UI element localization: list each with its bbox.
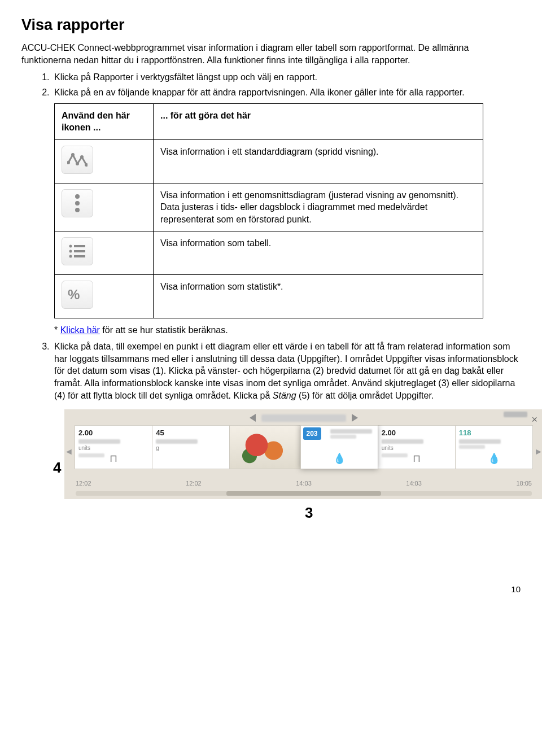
footnote: * Klicka här för att se hur statistik be… xyxy=(54,324,521,337)
svg-text:%: % xyxy=(68,287,80,302)
card-title xyxy=(330,429,372,434)
callout-4-left: 4 xyxy=(53,458,61,478)
card-title xyxy=(156,439,198,444)
step-3-text-b: (5) för att dölja området Uppgifter. xyxy=(296,391,434,400)
step-2: Klicka på en av följande knappar för att… xyxy=(52,86,521,336)
svg-point-10 xyxy=(69,250,72,253)
card-value: 2.00 xyxy=(382,429,396,437)
step-2-text: Klicka på en av följande knappar för att… xyxy=(54,88,465,97)
svg-rect-13 xyxy=(74,255,85,257)
card-subtitle xyxy=(78,453,104,457)
table-row: Visa information i ett genomsnittsdiagra… xyxy=(55,183,483,231)
step-3-italic: Stäng xyxy=(273,391,296,400)
page-title: Visa rapporter xyxy=(21,15,521,35)
card-subtitle xyxy=(382,453,408,457)
timestamp: 14:03 xyxy=(406,479,422,488)
horizontal-scrollbar[interactable] xyxy=(76,491,532,496)
footnote-prefix: * xyxy=(54,325,60,335)
desc-table: Visa information som tabell. xyxy=(154,231,483,275)
table-row: Visa information som tabell. xyxy=(55,231,483,275)
drop-icon: 💧 xyxy=(488,452,500,465)
svg-rect-11 xyxy=(74,250,85,252)
table-view-icon[interactable] xyxy=(62,237,93,265)
info-card[interactable]: 45 g xyxy=(152,425,229,469)
details-panel: × ◄ 2.00 units ⊓ 45 xyxy=(64,409,542,499)
table-row: Visa information i ett standarddiagram (… xyxy=(55,140,483,183)
svg-point-12 xyxy=(69,255,72,258)
info-card[interactable]: 2.00 units ⊓ xyxy=(378,425,455,469)
card-sub: units xyxy=(382,445,394,451)
drop-icon: 💧 xyxy=(333,452,346,465)
card-value: 118 xyxy=(459,429,471,437)
scroll-thumb[interactable] xyxy=(226,491,382,496)
svg-point-2 xyxy=(76,162,79,165)
insulin-icon: ⊓ xyxy=(110,452,117,465)
card-sub: units xyxy=(78,445,90,451)
timestamp: 12:02 xyxy=(76,479,91,488)
step-1: Klicka på Rapporter i verktygsfältet län… xyxy=(52,71,521,84)
prev-day-arrow-icon[interactable] xyxy=(250,414,256,422)
card-value: 2.00 xyxy=(78,429,93,437)
card-title xyxy=(78,439,120,444)
svg-point-5 xyxy=(75,194,80,199)
timestamp: 18:05 xyxy=(516,479,532,488)
scatter-chart-icon[interactable] xyxy=(62,146,93,174)
date-label xyxy=(261,414,346,422)
close-icon[interactable]: × xyxy=(531,413,537,426)
col-header-icon: Använd den här ikonen ... xyxy=(55,103,154,139)
details-screenshot: 1 2 2 5 4 4 3 × ◄ 2.00 xyxy=(54,409,521,499)
card-title xyxy=(382,439,423,444)
page-number: 10 xyxy=(21,584,521,595)
svg-rect-9 xyxy=(74,245,85,247)
meal-photo xyxy=(230,426,300,469)
desc-average: Visa information i ett genomsnittsdiagra… xyxy=(154,183,483,231)
card-sub: g xyxy=(156,445,159,451)
card-subtitle xyxy=(330,435,356,439)
desc-scatter: Visa information i ett standarddiagram (… xyxy=(154,140,483,183)
info-card[interactable]: 2.00 units ⊓ xyxy=(75,425,152,469)
col-header-desc: ... för att göra det här xyxy=(154,103,483,139)
steps-list: Klicka på Rapporter i verktygsfältet län… xyxy=(21,71,521,499)
timestamp: 14:03 xyxy=(296,479,312,488)
insulin-icon: ⊓ xyxy=(413,452,421,465)
intro-paragraph: ACCU-CHEK Connect-webbprogrammet visar i… xyxy=(21,42,521,66)
desc-statistics: Visa information som statistik*. xyxy=(154,274,483,318)
info-card-selected[interactable]: 203 💧 xyxy=(300,425,378,469)
footnote-link[interactable]: Klicka här xyxy=(60,325,100,335)
info-card[interactable]: 118 💧 xyxy=(455,425,533,469)
card-value: 45 xyxy=(156,429,164,437)
svg-point-3 xyxy=(80,155,84,159)
cards-row: 2.00 units ⊓ 45 g xyxy=(73,425,534,478)
card-subtitle xyxy=(459,445,485,449)
svg-point-6 xyxy=(75,201,80,206)
next-day-arrow-icon[interactable] xyxy=(352,414,358,422)
info-card-photo[interactable] xyxy=(229,425,300,469)
close-label xyxy=(504,412,527,417)
card-title xyxy=(459,439,501,444)
details-header: × xyxy=(64,409,542,425)
average-chart-icon[interactable] xyxy=(62,189,93,217)
svg-point-8 xyxy=(69,245,72,248)
glucose-badge: 203 xyxy=(303,427,321,440)
svg-point-1 xyxy=(71,153,75,156)
icon-description-table: Använd den här ikonen ... ... för att gö… xyxy=(54,103,483,318)
scroll-left-arrow-icon[interactable]: ◄ xyxy=(64,425,73,478)
svg-point-7 xyxy=(75,208,80,212)
scroll-right-arrow-icon[interactable]: ► xyxy=(534,425,542,478)
statistics-icon[interactable]: % xyxy=(62,281,93,309)
footnote-suffix: för att se hur statistik beräknas. xyxy=(100,325,228,335)
timestamp: 12:02 xyxy=(186,479,202,488)
table-row: % Visa information som statistik*. xyxy=(55,274,483,318)
timestamps-row: 12:02 12:02 14:03 14:03 18:05 xyxy=(64,479,542,488)
callout-3: 3 xyxy=(305,503,313,523)
step-3: Klicka på data, till exempel en punkt i … xyxy=(52,340,521,499)
